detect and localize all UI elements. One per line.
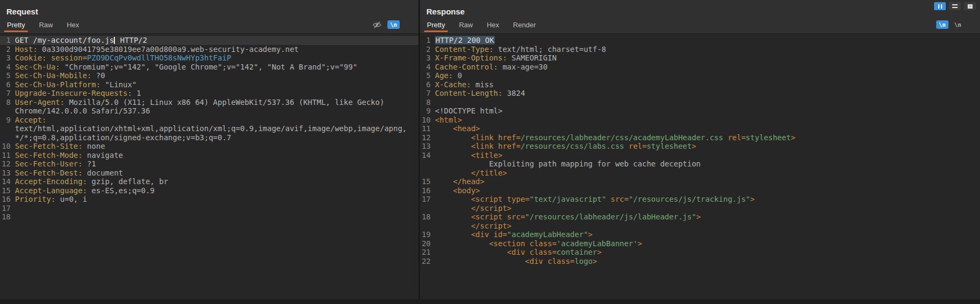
line-number: 22 bbox=[420, 257, 435, 266]
line-number: 7 bbox=[420, 89, 435, 98]
code-line: 14 <title> bbox=[420, 151, 980, 160]
code-line: </script> bbox=[420, 204, 980, 213]
line-number: 15 bbox=[0, 186, 15, 195]
line-number: 12 bbox=[0, 159, 15, 169]
horizontal-scrollbar[interactable] bbox=[0, 299, 980, 304]
http-message-editor: Request PrettyRawHex \n 1GET /my-account… bbox=[0, 0, 980, 304]
editor-menu-icon[interactable] bbox=[406, 21, 413, 28]
code-line: 19 <div id="academyLabHeader"> bbox=[420, 230, 980, 239]
line-number bbox=[420, 159, 435, 169]
nonprintable-toggle[interactable]: \n bbox=[387, 20, 400, 29]
code-line: 9<!DOCTYPE html> bbox=[420, 107, 980, 116]
line-number: 2 bbox=[0, 45, 15, 54]
line-number: 21 bbox=[420, 248, 435, 257]
tab-raw[interactable]: Raw bbox=[459, 17, 473, 32]
code-line: 21 <div class=container> bbox=[420, 248, 980, 257]
code-line: 15 </head> bbox=[420, 177, 980, 186]
code-line: 12 <link href=/resources/labheader/css/a… bbox=[420, 133, 980, 142]
code-line: 16Priority: u=0, i bbox=[0, 195, 418, 204]
line-number: 6 bbox=[0, 80, 15, 89]
response-panel: Response PrettyRawHexRender \n\n 1HTTP/2… bbox=[420, 0, 980, 299]
code-line: 8 bbox=[420, 98, 980, 107]
line-number: 9 bbox=[420, 107, 435, 116]
code-line: 18 <script src="/resources/labheader/js/… bbox=[420, 212, 980, 222]
line-number: 15 bbox=[420, 177, 435, 186]
code-line: 17 bbox=[0, 204, 418, 213]
tab-render[interactable]: Render bbox=[513, 17, 536, 32]
line-number: 12 bbox=[420, 133, 435, 142]
line-number: 2 bbox=[420, 45, 435, 54]
code-line: 2Host: 0a3300d9041795e38019ee7a00d800a9.… bbox=[0, 45, 418, 54]
editor-menu-icon[interactable] bbox=[967, 21, 974, 28]
line-number bbox=[0, 124, 15, 133]
line-number: 13 bbox=[420, 142, 435, 151]
code-line: 15Accept-Language: es-ES,es;q=0.9 bbox=[0, 186, 418, 195]
linebreak-icon[interactable]: \n bbox=[954, 21, 961, 28]
tab-hex[interactable]: Hex bbox=[67, 17, 79, 32]
code-line: Chrome/142.0.0.0 Safari/537.36 bbox=[0, 107, 418, 116]
request-panel-title: Request bbox=[0, 0, 418, 17]
tab-hex[interactable]: Hex bbox=[487, 17, 499, 32]
code-line: 11 <head> bbox=[420, 124, 980, 133]
code-line: 1GET /my-account/foo.js HTTP/2 bbox=[0, 36, 418, 45]
code-line: </script> bbox=[420, 222, 980, 231]
code-line: 12Sec-Fetch-User: ?1 bbox=[0, 159, 418, 169]
lines-button[interactable] bbox=[949, 2, 961, 10]
line-number: 14 bbox=[420, 151, 435, 160]
code-line: 13 <link href=/resources/css/labs.css re… bbox=[420, 142, 980, 151]
request-panel: Request PrettyRawHex \n 1GET /my-account… bbox=[0, 0, 420, 299]
line-number: 10 bbox=[420, 116, 435, 125]
line-number: 8 bbox=[0, 98, 15, 107]
panels: Request PrettyRawHex \n 1GET /my-account… bbox=[0, 0, 980, 299]
pause-button[interactable] bbox=[934, 2, 946, 10]
line-number bbox=[420, 169, 435, 178]
code-line: text/html,application/xhtml+xml,applicat… bbox=[0, 124, 418, 133]
code-line: 18 bbox=[0, 212, 418, 222]
line-number: 16 bbox=[420, 186, 435, 195]
line-number: 11 bbox=[420, 124, 435, 133]
code-line: 3Cookie: session=PZO9DCqPv0wdllTHO58sNwH… bbox=[0, 54, 418, 63]
line-number: 5 bbox=[0, 71, 15, 80]
line-number: 3 bbox=[420, 54, 435, 63]
line-number: 4 bbox=[0, 63, 15, 72]
hide-icon[interactable] bbox=[372, 21, 382, 29]
request-editor[interactable]: 1GET /my-account/foo.js HTTP/22Host: 0a3… bbox=[0, 33, 418, 299]
code-line: */*;q=0.8,application/signed-exchange;v=… bbox=[0, 133, 418, 142]
code-line: 22 <div class=logo> bbox=[420, 257, 980, 266]
line-number bbox=[420, 204, 435, 213]
line-number: 16 bbox=[0, 195, 15, 204]
code-line: 6Sec-Ch-Ua-Platform: "Linux" bbox=[0, 80, 418, 89]
code-line: </title> bbox=[420, 169, 980, 178]
square-button[interactable] bbox=[964, 2, 976, 10]
code-line: 4Cache-Control: max-age=30 bbox=[420, 63, 980, 72]
response-panel-title: Response bbox=[420, 0, 980, 17]
code-line: 7Content-Length: 3824 bbox=[420, 89, 980, 98]
code-line: 11Sec-Fetch-Mode: navigate bbox=[0, 151, 418, 160]
response-tabstrip: PrettyRawHexRender bbox=[420, 17, 543, 32]
tab-pretty[interactable]: Pretty bbox=[427, 17, 445, 32]
line-number: 20 bbox=[420, 239, 435, 248]
request-tab-bar: PrettyRawHex \n bbox=[0, 17, 418, 33]
line-number: 17 bbox=[420, 195, 435, 204]
code-line: 5Sec-Ch-Ua-Mobile: ?0 bbox=[0, 71, 418, 80]
line-number: 14 bbox=[0, 177, 15, 186]
code-line: 13Sec-Fetch-Dest: document bbox=[0, 169, 418, 178]
line-number: 8 bbox=[420, 98, 435, 107]
code-line: 9Accept: bbox=[0, 116, 418, 125]
tab-pretty[interactable]: Pretty bbox=[7, 17, 25, 32]
line-number: 4 bbox=[420, 63, 435, 72]
code-line: 10<html> bbox=[420, 116, 980, 125]
tab-raw[interactable]: Raw bbox=[39, 17, 53, 32]
code-line: 14Accept-Encoding: gzip, deflate, br bbox=[0, 177, 418, 186]
line-number: 9 bbox=[0, 116, 15, 125]
code-line: 20 <section class='academyLabBanner'> bbox=[420, 239, 980, 248]
line-number: 10 bbox=[0, 142, 15, 151]
line-number: 17 bbox=[0, 204, 15, 213]
code-line: 3X-Frame-Options: SAMEORIGIN bbox=[420, 54, 980, 63]
response-editor[interactable]: 1HTTP/2 200 OK2Content-Type: text/html; … bbox=[420, 33, 980, 299]
nonprintable-toggle[interactable]: \n bbox=[936, 20, 948, 29]
selected-text: HTTP/2 200 OK bbox=[435, 36, 495, 44]
line-number: 5 bbox=[420, 71, 435, 80]
code-line: 7Upgrade-Insecure-Requests: 1 bbox=[0, 89, 418, 98]
code-line: Exploiting path mapping for web cache de… bbox=[420, 159, 980, 169]
